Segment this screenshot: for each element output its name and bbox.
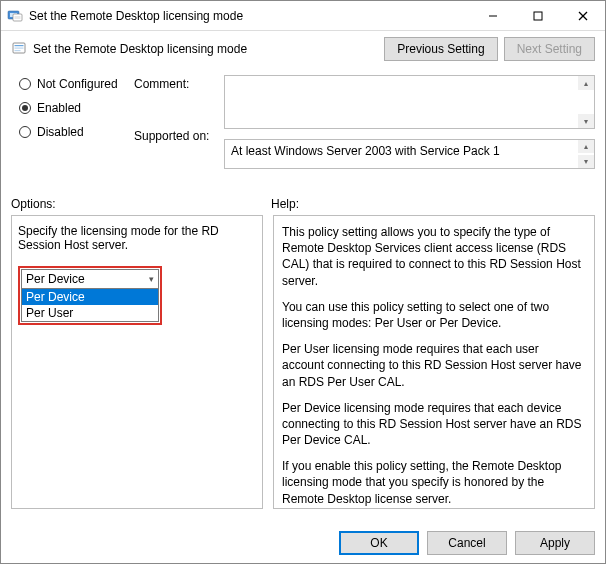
dropdown-selected: Per Device	[26, 272, 85, 286]
help-text: You can use this policy setting to selec…	[282, 299, 584, 331]
state-radio-group: Not Configured Enabled Disabled	[19, 75, 134, 181]
scroll-down-icon[interactable]: ▾	[578, 155, 594, 168]
minimize-button[interactable]	[470, 1, 515, 31]
maximize-button[interactable]	[515, 1, 560, 31]
header-row: Set the Remote Desktop licensing mode Pr…	[1, 31, 605, 75]
title-bar: Set the Remote Desktop licensing mode	[1, 1, 605, 31]
supported-on-box: At least Windows Server 2003 with Servic…	[224, 139, 595, 169]
options-label: Options:	[11, 197, 271, 211]
dialog-buttons: OK Cancel Apply	[339, 531, 595, 555]
supported-on-text: At least Windows Server 2003 with Servic…	[231, 144, 500, 158]
radio-icon	[19, 102, 31, 114]
panels: Specify the licensing mode for the RD Se…	[1, 215, 605, 509]
help-text: This policy setting allows you to specif…	[282, 224, 584, 289]
help-text: Per User licensing mode requires that ea…	[282, 341, 584, 390]
help-panel: This policy setting allows you to specif…	[273, 215, 595, 509]
dropdown-item-per-user[interactable]: Per User	[22, 305, 158, 321]
chevron-down-icon: ▾	[149, 274, 154, 284]
svg-rect-10	[15, 48, 24, 49]
svg-rect-3	[15, 16, 21, 19]
help-text: If you enable this policy setting, the R…	[282, 458, 584, 507]
apply-button[interactable]: Apply	[515, 531, 595, 555]
radio-enabled[interactable]: Enabled	[19, 101, 134, 115]
radio-label: Enabled	[37, 101, 81, 115]
next-setting-button[interactable]: Next Setting	[504, 37, 595, 61]
policy-icon	[11, 41, 27, 57]
comment-label: Comment:	[134, 77, 224, 91]
app-icon	[7, 8, 23, 24]
scroll-down-icon[interactable]: ▾	[578, 114, 594, 128]
previous-setting-button[interactable]: Previous Setting	[384, 37, 497, 61]
svg-rect-11	[15, 50, 21, 51]
dropdown-item-per-device[interactable]: Per Device	[22, 289, 158, 305]
radio-label: Disabled	[37, 125, 84, 139]
radio-icon	[19, 126, 31, 138]
options-instruction: Specify the licensing mode for the RD Se…	[18, 224, 256, 252]
window-controls	[470, 1, 605, 30]
window-title: Set the Remote Desktop licensing mode	[29, 9, 470, 23]
dropdown-list: Per Device Per User	[21, 289, 159, 322]
scroll-up-icon[interactable]: ▴	[578, 76, 594, 90]
section-labels: Options: Help:	[1, 187, 605, 215]
close-button[interactable]	[560, 1, 605, 31]
comment-textarea[interactable]: ▴ ▾	[224, 75, 595, 129]
ok-button[interactable]: OK	[339, 531, 419, 555]
licensing-mode-dropdown[interactable]: Per Device ▾	[21, 269, 159, 289]
scroll-up-icon[interactable]: ▴	[578, 140, 594, 153]
field-values: ▴ ▾ At least Windows Server 2003 with Se…	[224, 75, 595, 181]
radio-not-configured[interactable]: Not Configured	[19, 77, 134, 91]
policy-title: Set the Remote Desktop licensing mode	[33, 42, 378, 56]
licensing-mode-highlight: Per Device ▾ Per Device Per User	[18, 266, 162, 325]
help-text: Per Device licensing mode requires that …	[282, 400, 584, 449]
radio-icon	[19, 78, 31, 90]
radio-label: Not Configured	[37, 77, 118, 91]
svg-rect-5	[534, 12, 542, 20]
config-region: Not Configured Enabled Disabled Comment:…	[1, 75, 605, 187]
radio-disabled[interactable]: Disabled	[19, 125, 134, 139]
field-labels: Comment: Supported on:	[134, 75, 224, 181]
supported-on-label: Supported on:	[134, 129, 224, 143]
options-panel: Specify the licensing mode for the RD Se…	[11, 215, 263, 509]
svg-rect-9	[15, 45, 24, 46]
help-label: Help:	[271, 197, 299, 211]
cancel-button[interactable]: Cancel	[427, 531, 507, 555]
